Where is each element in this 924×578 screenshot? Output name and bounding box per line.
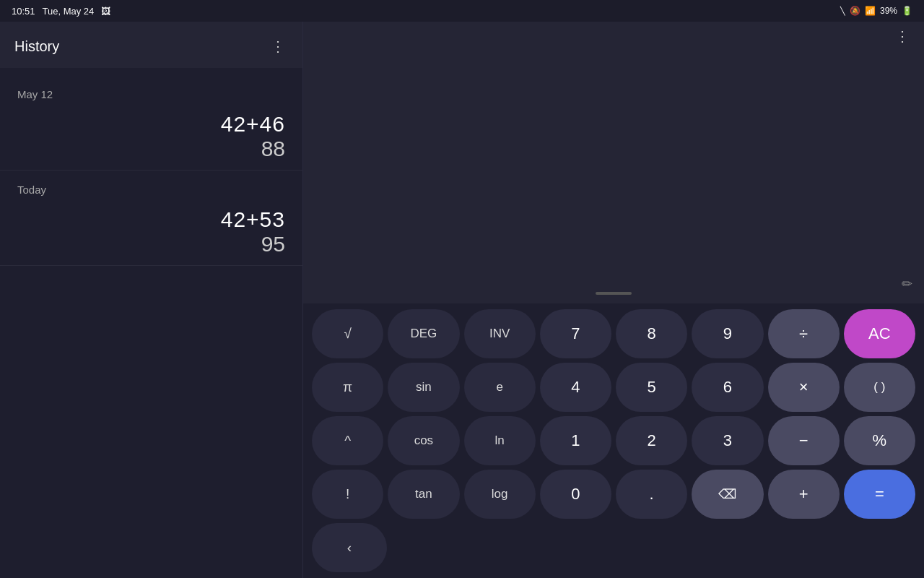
sin-button[interactable]: sin <box>388 363 459 412</box>
calc-display: ✏ <box>303 22 924 303</box>
history-panel: History ⋮ May 12 42+46 88 Today 42+53 95 <box>0 22 303 578</box>
btn-row-5: ‹ <box>312 523 915 572</box>
percent-button[interactable]: % <box>844 416 915 465</box>
status-date: Tue, May 24 <box>43 6 95 17</box>
status-bar: 10:51 Tue, May 24 🖼 ╲ 🔕 📶 39% 🔋 <box>0 0 924 22</box>
cos-button[interactable]: cos <box>388 416 459 465</box>
ln-button[interactable]: ln <box>464 416 536 465</box>
num-1-button[interactable]: 1 <box>540 416 611 465</box>
num-0-button[interactable]: 0 <box>540 470 611 519</box>
ac-button[interactable]: AC <box>844 309 915 358</box>
status-time: 10:51 <box>12 6 35 17</box>
btn-row-4: ! tan log 0 . ⌫ + = <box>312 470 915 519</box>
signal-icon: ╲ <box>840 7 845 16</box>
inv-button[interactable]: INV <box>464 309 536 358</box>
log-button[interactable]: log <box>464 470 536 519</box>
num-9-button[interactable]: 9 <box>692 309 763 358</box>
decimal-button[interactable]: . <box>616 470 687 519</box>
calc-menu-button[interactable]: ⋮ <box>892 25 912 47</box>
sqrt-button[interactable]: √ <box>312 309 383 358</box>
pi-button[interactable]: π <box>312 363 383 412</box>
parens-button[interactable]: ( ) <box>844 363 915 412</box>
history-date-today: Today <box>0 171 302 202</box>
equals-button[interactable]: = <box>844 470 915 519</box>
num-8-button[interactable]: 8 <box>616 309 687 358</box>
edit-icon[interactable]: ✏ <box>902 276 912 292</box>
history-entry-0: 42+46 88 <box>0 106 302 171</box>
plus-button[interactable]: + <box>768 470 840 519</box>
e-button[interactable]: e <box>464 363 536 412</box>
history-body: May 12 42+46 88 Today 42+53 95 <box>0 68 302 578</box>
history-result-0: 88 <box>17 137 285 161</box>
backspace-button[interactable]: ⌫ <box>692 470 763 519</box>
power-button[interactable]: ^ <box>312 416 383 465</box>
status-left: 10:51 Tue, May 24 🖼 <box>12 6 110 17</box>
btn-row-2: π sin e 4 5 6 × ( ) <box>312 363 915 412</box>
num-4-button[interactable]: 4 <box>540 363 611 412</box>
num-3-button[interactable]: 3 <box>692 416 763 465</box>
calc-header: ⋮ <box>892 27 912 45</box>
back-button[interactable]: ‹ <box>312 523 387 572</box>
photo-icon: 🖼 <box>101 6 110 17</box>
history-date-may12: May 12 <box>0 75 302 106</box>
multiply-button[interactable]: × <box>768 363 840 412</box>
mute-icon: 🔕 <box>850 6 860 16</box>
battery-text: 39% <box>880 6 897 16</box>
history-result-1: 95 <box>17 232 285 256</box>
main-container: History ⋮ May 12 42+46 88 Today 42+53 95… <box>0 22 924 578</box>
btn-row-3: ^ cos ln 1 2 3 − % <box>312 416 915 465</box>
calculator-panel: ⋮ ✏ √ DEG INV 7 8 9 ÷ AC π sin <box>303 22 924 578</box>
btn-row-1: √ DEG INV 7 8 9 ÷ AC <box>312 309 915 358</box>
history-menu-button[interactable]: ⋮ <box>268 35 288 58</box>
calc-buttons: √ DEG INV 7 8 9 ÷ AC π sin e 4 5 6 × ( ) <box>303 303 924 578</box>
divide-button[interactable]: ÷ <box>768 309 840 358</box>
history-title: History <box>14 38 59 55</box>
num-2-button[interactable]: 2 <box>616 416 687 465</box>
num-7-button[interactable]: 7 <box>540 309 611 358</box>
factorial-button[interactable]: ! <box>312 470 383 519</box>
deg-button[interactable]: DEG <box>388 309 459 358</box>
history-expr-1: 42+53 <box>17 207 285 232</box>
history-header: History ⋮ <box>0 22 302 68</box>
history-expr-0: 42+46 <box>17 112 285 137</box>
minus-button[interactable]: − <box>768 416 840 465</box>
status-right: ╲ 🔕 📶 39% 🔋 <box>840 6 912 16</box>
tan-button[interactable]: tan <box>388 470 459 519</box>
history-entry-1: 42+53 95 <box>0 202 302 266</box>
display-dash <box>596 292 632 295</box>
wifi-icon: 📶 <box>865 6 876 16</box>
battery-icon: 🔋 <box>902 6 912 16</box>
num-5-button[interactable]: 5 <box>616 363 687 412</box>
num-6-button[interactable]: 6 <box>692 363 763 412</box>
